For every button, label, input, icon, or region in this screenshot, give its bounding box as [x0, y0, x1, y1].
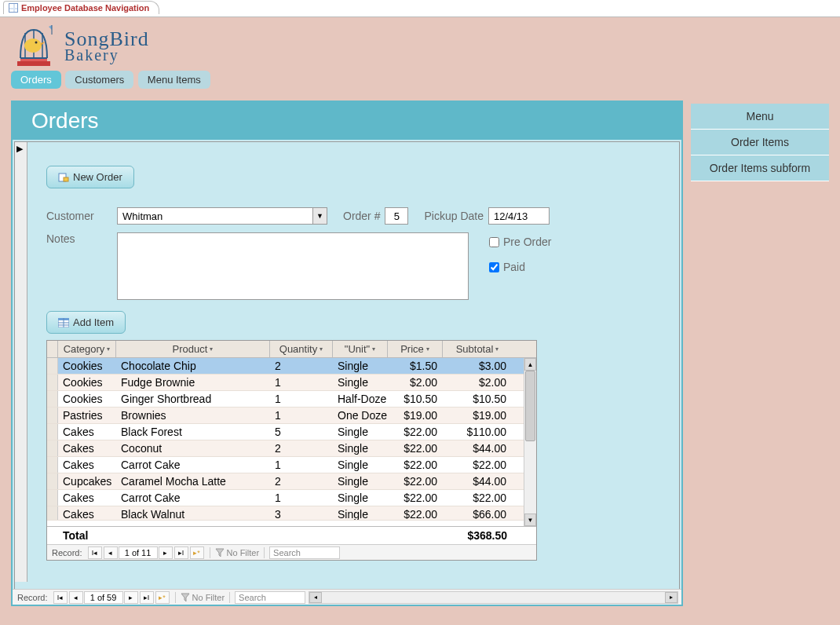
dropdown-icon[interactable]: ▾ — [107, 345, 110, 353]
table-row[interactable]: CakesBlack Forest5Single$22.00$110.00 — [47, 424, 536, 440]
nav-next-icon[interactable]: ▸ — [124, 591, 138, 604]
scroll-left-icon[interactable]: ◂ — [309, 592, 322, 603]
vertical-scrollbar[interactable]: ▲ ▼ — [524, 358, 536, 526]
row-selector[interactable] — [47, 473, 58, 489]
cell-quantity[interactable]: 3 — [270, 506, 333, 520]
notes-textarea[interactable] — [117, 232, 469, 300]
side-item-order-items-subform[interactable]: Order Items subform — [691, 155, 829, 181]
row-selector[interactable] — [47, 457, 58, 473]
cell-quantity[interactable]: 2 — [270, 358, 333, 374]
cell-product[interactable]: Caramel Mocha Latte — [116, 473, 270, 489]
cell-price[interactable]: $2.00 — [388, 375, 443, 390]
record-position-input[interactable] — [119, 546, 158, 559]
cell-product[interactable]: Chocolate Chip — [116, 358, 270, 374]
cell-subtotal[interactable]: $22.00 — [443, 457, 512, 473]
customer-input[interactable] — [118, 208, 312, 224]
cell-category[interactable]: Pastries — [58, 408, 116, 423]
cell-product[interactable]: Ginger Shortbread — [116, 391, 270, 407]
select-all-corner[interactable] — [47, 341, 58, 357]
new-order-button[interactable]: New Order — [46, 166, 134, 188]
cell-category[interactable]: Cakes — [58, 506, 116, 520]
cell-unit[interactable]: Single — [333, 375, 388, 390]
scroll-thumb[interactable] — [525, 371, 535, 441]
row-selector[interactable] — [47, 490, 58, 506]
pickup-date-input[interactable] — [488, 207, 550, 225]
cell-product[interactable]: Black Walnut — [116, 506, 270, 520]
cell-price[interactable]: $22.00 — [388, 424, 443, 440]
paid-checkbox[interactable] — [489, 262, 499, 272]
cell-price[interactable]: $22.00 — [388, 457, 443, 473]
cell-quantity[interactable]: 1 — [270, 375, 333, 390]
nav-last-icon[interactable]: ▸I — [140, 591, 154, 604]
customer-combo[interactable]: ▼ — [117, 207, 327, 225]
nav-prev-icon[interactable]: ◂ — [104, 546, 118, 559]
cell-quantity[interactable]: 1 — [270, 490, 333, 506]
cell-subtotal[interactable]: $110.00 — [443, 424, 512, 440]
nav-prev-icon[interactable]: ◂ — [69, 591, 83, 604]
header-quantity[interactable]: Quantity▾ — [270, 341, 333, 357]
dropdown-icon[interactable]: ▾ — [426, 345, 429, 353]
subform-search-input[interactable] — [269, 546, 340, 559]
row-selector[interactable] — [47, 391, 58, 407]
tab-menu-items[interactable]: Menu Items — [138, 71, 210, 89]
cell-category[interactable]: Cakes — [58, 457, 116, 473]
cell-subtotal[interactable]: $44.00 — [443, 440, 512, 456]
cell-category[interactable]: Cakes — [58, 424, 116, 440]
cell-quantity[interactable]: 2 — [270, 440, 333, 456]
cell-subtotal[interactable]: $22.00 — [443, 490, 512, 506]
dropdown-icon[interactable]: ▼ — [312, 208, 327, 224]
cell-price[interactable]: $19.00 — [388, 408, 443, 423]
tab-orders[interactable]: Orders — [11, 71, 61, 89]
order-num-input[interactable] — [385, 207, 408, 225]
table-row[interactable]: PastriesBrownies1One Dozen$19.00$19.00 — [47, 408, 536, 424]
cell-category[interactable]: Cookies — [58, 391, 116, 407]
cell-unit[interactable]: Single — [333, 358, 388, 374]
dropdown-icon[interactable]: ▾ — [320, 345, 323, 353]
cell-product[interactable]: Coconut — [116, 440, 270, 456]
dropdown-icon[interactable]: ▾ — [210, 345, 213, 353]
cell-product[interactable]: Black Forest — [116, 424, 270, 440]
cell-unit[interactable]: Single — [333, 440, 388, 456]
table-row[interactable]: CakesBlack Walnut3Single$22.00$66.00 — [47, 506, 536, 521]
tab-customers[interactable]: Customers — [65, 71, 133, 89]
record-selector-bar[interactable]: ▶ — [15, 142, 27, 582]
cell-quantity[interactable]: 1 — [270, 408, 333, 423]
filter-indicator[interactable]: No Filter — [181, 593, 225, 602]
header-unit[interactable]: "Unit"▾ — [333, 341, 388, 357]
document-tab[interactable]: Employee Database Navigation — [3, 1, 159, 14]
row-selector[interactable] — [47, 375, 58, 390]
cell-subtotal[interactable]: $3.00 — [443, 358, 512, 374]
cell-unit[interactable]: Single — [333, 424, 388, 440]
nav-first-icon[interactable]: I◂ — [53, 591, 68, 604]
scroll-up-icon[interactable]: ▲ — [524, 358, 536, 371]
cell-unit[interactable]: Half-Dozen — [333, 391, 388, 407]
row-selector[interactable] — [47, 424, 58, 440]
cell-unit[interactable]: Single — [333, 490, 388, 506]
main-search-input[interactable] — [235, 591, 305, 604]
cell-product[interactable]: Brownies — [116, 408, 270, 423]
table-row[interactable]: CakesCarrot Cake1Single$22.00$22.00 — [47, 490, 536, 506]
cell-quantity[interactable]: 1 — [270, 391, 333, 407]
nav-first-icon[interactable]: I◂ — [88, 546, 102, 559]
add-item-button[interactable]: Add Item — [46, 311, 126, 334]
nav-new-icon[interactable]: ▸* — [155, 591, 170, 604]
table-row[interactable]: CakesCoconut2Single$22.00$44.00 — [47, 440, 536, 457]
table-row[interactable]: CakesCarrot Cake1Single$22.00$22.00 — [47, 457, 536, 473]
cell-subtotal[interactable]: $44.00 — [443, 473, 512, 489]
cell-category[interactable]: Cakes — [58, 490, 116, 506]
cell-quantity[interactable]: 2 — [270, 473, 333, 489]
horizontal-scrollbar[interactable]: ◂ ▸ — [309, 591, 678, 604]
scroll-down-icon[interactable]: ▼ — [524, 514, 536, 526]
filter-indicator[interactable]: No Filter — [215, 548, 260, 557]
side-item-order-items[interactable]: Order Items — [691, 130, 829, 155]
dropdown-icon[interactable]: ▾ — [372, 345, 375, 353]
nav-new-icon[interactable]: ▸* — [190, 546, 204, 559]
nav-next-icon[interactable]: ▸ — [159, 546, 173, 559]
cell-price[interactable]: $10.50 — [388, 391, 443, 407]
record-position-input[interactable] — [84, 591, 123, 604]
table-row[interactable]: CookiesFudge Brownie1Single$2.00$2.00 — [47, 375, 536, 391]
cell-subtotal[interactable]: $19.00 — [443, 408, 512, 423]
cell-price[interactable]: $22.00 — [388, 440, 443, 456]
cell-price[interactable]: $22.00 — [388, 506, 443, 520]
cell-price[interactable]: $1.50 — [388, 358, 443, 374]
